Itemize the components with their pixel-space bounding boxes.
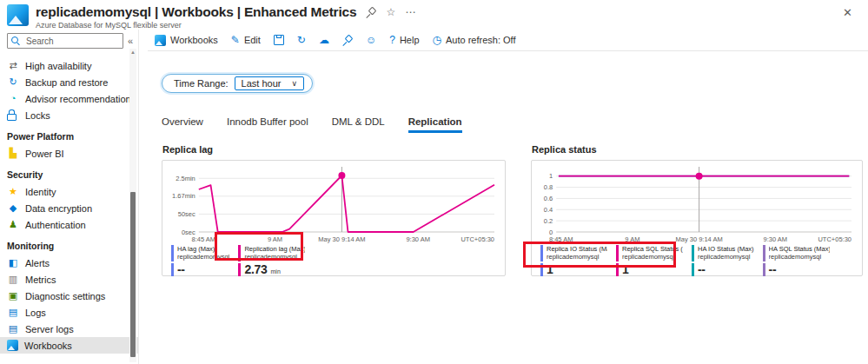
sidebar-item-high-availability[interactable]: ⇄High availability bbox=[0, 57, 138, 74]
svg-text:1: 1 bbox=[549, 172, 553, 180]
authentication-icon: ♟ bbox=[7, 219, 19, 230]
toolbar-workbooks[interactable]: Workbooks bbox=[155, 35, 218, 46]
sidebar-item-label: Data encryption bbox=[25, 203, 92, 214]
search-input[interactable] bbox=[24, 36, 119, 47]
lock-icon bbox=[7, 109, 19, 121]
data-encryption-icon: ◆ bbox=[7, 202, 19, 214]
pin-icon bbox=[342, 35, 353, 45]
series-marker-dot bbox=[696, 173, 703, 180]
pin-icon[interactable] bbox=[366, 7, 376, 17]
collapse-sidebar-button[interactable]: « bbox=[128, 36, 133, 46]
tab-overview[interactable]: Overview bbox=[162, 116, 203, 133]
toolbar-feedback-smiley-icon[interactable]: ☺ bbox=[366, 35, 376, 45]
legend-series-name: Replica IO Status (Max) bbox=[547, 245, 607, 253]
sidebar-item-locks[interactable]: Locks bbox=[0, 107, 138, 123]
legend-item-replication-lag-max[interactable]: Replication lag (Max)replicademomysql2.7… bbox=[238, 245, 305, 276]
legend-series-name: HA IO Status (Max) bbox=[698, 245, 754, 253]
svg-text:9:30 AM: 9:30 AM bbox=[406, 235, 430, 243]
backup-restore-icon: ↻ bbox=[7, 76, 19, 88]
svg-text:May 30 9:14 AM: May 30 9:14 AM bbox=[318, 235, 365, 243]
legend-color-bar bbox=[540, 263, 543, 276]
legend-item-replica-sql-status[interactable]: Replica SQL Status (...replicademomysql1 bbox=[616, 245, 683, 276]
sidebar-item-server-logs[interactable]: ▤Server logs bbox=[0, 321, 138, 337]
legend-value: -- bbox=[769, 262, 777, 276]
legend-resource-name: replicademomysql bbox=[698, 253, 754, 261]
toolbar-label: Edit bbox=[244, 35, 261, 45]
legend-color-bar bbox=[171, 263, 174, 276]
scrollbar-thumb[interactable] bbox=[130, 192, 136, 357]
replica-lag-chart: Replica lag 2.5min1.67min50sec0sec8:45 A… bbox=[162, 144, 506, 276]
logs-icon: ▤ bbox=[7, 307, 19, 318]
sidebar-scrollbar[interactable]: ▲ bbox=[129, 49, 136, 362]
toolbar-pin-icon[interactable] bbox=[342, 35, 353, 45]
sidebar-item-power-bi[interactable]: ▙Power BI bbox=[0, 145, 138, 162]
toolbar-edit[interactable]: ✎Edit bbox=[231, 35, 261, 45]
replica-status-chart: Replica status 10.80.60.40.208:45 AM9 AM… bbox=[531, 144, 863, 276]
series-marker-dot bbox=[338, 172, 345, 179]
toolbar-help[interactable]: ?Help bbox=[389, 35, 419, 45]
svg-text:UTC+05:30: UTC+05:30 bbox=[818, 235, 851, 243]
chart-plot[interactable]: 2.5min1.67min50sec0sec8:45 AM9 AMMay 30 … bbox=[169, 164, 500, 244]
time-range-pill[interactable]: Time Range: Last hour ∨ bbox=[162, 74, 313, 93]
close-icon[interactable]: ✕ bbox=[836, 4, 859, 21]
alerts-icon: ◧ bbox=[7, 257, 19, 268]
svg-text:9 AM: 9 AM bbox=[625, 235, 639, 243]
toolbar-cloud-icon[interactable]: ☁ bbox=[319, 35, 329, 45]
legend-resource-name: replicademomysql bbox=[177, 253, 229, 261]
high-availability-icon: ⇄ bbox=[7, 60, 19, 71]
toolbar-auto-refresh-off[interactable]: ◷Auto refresh: Off bbox=[433, 35, 516, 45]
sidebar-item-logs[interactable]: ▤Logs bbox=[0, 304, 138, 321]
time-range-select[interactable]: Last hour ∨ bbox=[235, 76, 304, 90]
tab-replication[interactable]: Replication bbox=[408, 116, 462, 133]
chart-title: Replica status bbox=[532, 144, 863, 155]
sidebar-item-diagnostic-settings[interactable]: ▣Diagnostic settings bbox=[0, 288, 138, 304]
time-range-value: Last hour bbox=[242, 78, 282, 89]
legend-value: -- bbox=[177, 262, 185, 276]
sidebar-item-backup-and-restore[interactable]: ↻Backup and restore bbox=[0, 74, 138, 90]
workbooks-icon bbox=[7, 340, 18, 351]
workbook-resource-icon bbox=[7, 4, 29, 26]
svg-text:9 AM: 9 AM bbox=[268, 235, 282, 243]
sidebar-item-data-encryption[interactable]: ◆Data encryption bbox=[0, 200, 138, 216]
legend-color-bar bbox=[692, 263, 694, 276]
diagnostic-settings-icon: ▣ bbox=[7, 290, 19, 301]
legend-resource-name: replicademomysql bbox=[622, 253, 683, 261]
page-subtitle: Azure Database for MySQL flexible server bbox=[36, 21, 415, 30]
legend-item-replica-io-status-max[interactable]: Replica IO Status (Max)replicademomysql1 bbox=[540, 245, 607, 276]
toolbar-label: Help bbox=[400, 35, 420, 45]
legend-item-ha-lag-max[interactable]: HA lag (Max)replicademomysql-- bbox=[171, 245, 229, 276]
toolbar-refresh-icon[interactable]: ↻ bbox=[297, 35, 306, 45]
svg-text:50sec: 50sec bbox=[178, 210, 195, 218]
more-icon[interactable]: ⋯ bbox=[405, 7, 415, 17]
legend-item-ha-io-status-max[interactable]: HA IO Status (Max)replicademomysql-- bbox=[692, 245, 754, 276]
sidebar-item-authentication[interactable]: ♟Authentication bbox=[0, 216, 138, 233]
sidebar-item-alerts[interactable]: ◧Alerts bbox=[0, 255, 138, 271]
sidebar-item-metrics[interactable]: ▥Metrics bbox=[0, 271, 138, 288]
tab-dml-ddl[interactable]: DML & DDL bbox=[332, 116, 385, 133]
legend-item-ha-sql-status-max[interactable]: HA SQL Status (Max)replicademomysql-- bbox=[763, 245, 830, 276]
legend-series-name: HA SQL Status (Max) bbox=[769, 245, 830, 253]
scroll-up-icon[interactable]: ▲ bbox=[129, 49, 136, 56]
sidebar-item-advisor-recommendations[interactable]: ◔Advisor recommendations bbox=[0, 90, 138, 107]
svg-text:8:45 AM: 8:45 AM bbox=[549, 235, 573, 243]
tab-innodb-buffer-pool[interactable]: Innodb Buffer pool bbox=[227, 116, 308, 133]
svg-text:0.2: 0.2 bbox=[544, 217, 553, 225]
legend-unit: min bbox=[271, 268, 281, 276]
svg-text:9:30 AM: 9:30 AM bbox=[764, 235, 788, 243]
sidebar-item-label: Identity bbox=[25, 187, 56, 197]
legend-resource-name: replicademomysql bbox=[244, 253, 305, 261]
sidebar-nav: ⇄High availability↻Backup and restore◔Ad… bbox=[0, 57, 138, 354]
sidebar-item-identity[interactable]: ★Identity bbox=[0, 183, 138, 200]
svg-text:0.8: 0.8 bbox=[544, 183, 553, 191]
legend-color-bar bbox=[238, 245, 241, 261]
sidebar-item-workbooks[interactable]: Workbooks bbox=[0, 337, 138, 354]
sidebar-section-monitoring: Monitoring bbox=[0, 233, 138, 255]
toolbar-save-icon[interactable] bbox=[274, 35, 284, 45]
favorite-star-icon[interactable]: ☆ bbox=[386, 7, 395, 17]
sidebar-search[interactable] bbox=[7, 33, 123, 49]
tab-bar: OverviewInnodb Buffer poolDML & DDLRepli… bbox=[162, 116, 868, 133]
help-icon: ? bbox=[389, 35, 395, 45]
chart-plot[interactable]: 10.80.60.40.208:45 AM9 AMMay 30 9:14 AM9… bbox=[539, 164, 857, 244]
sidebar-item-label: Advisor recommendations bbox=[25, 94, 136, 104]
chart-legend: HA lag (Max)replicademomysql--Replicatio… bbox=[169, 245, 498, 276]
